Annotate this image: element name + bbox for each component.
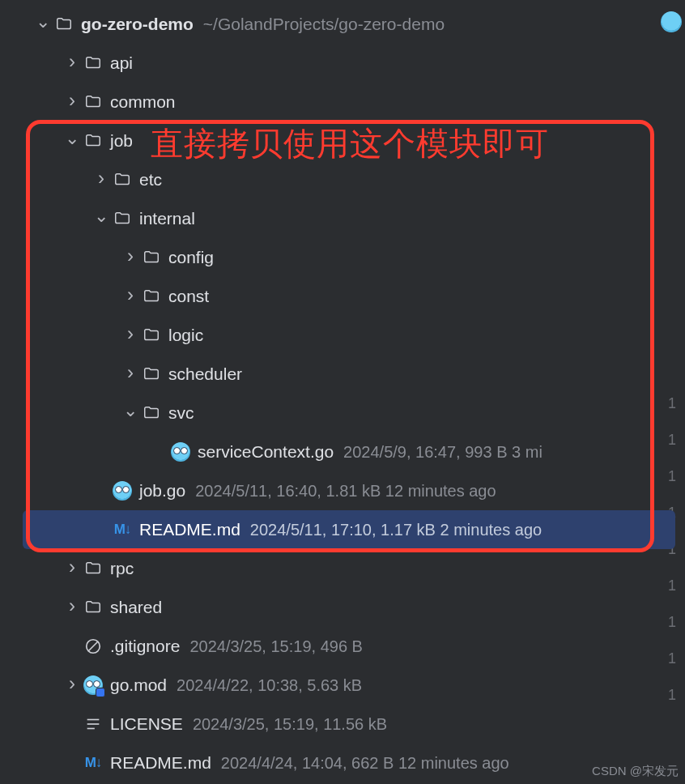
chevron-down-icon[interactable]: ⌄ — [62, 128, 83, 149]
tree-item-name: svc — [168, 403, 194, 423]
tree-item-name: logic — [168, 326, 203, 345]
chevron-right-icon[interactable]: › — [120, 322, 141, 345]
file-meta: 2024/5/11, 16:40, 1.81 kB 12 minutes ago — [195, 482, 496, 501]
chevron-right-icon[interactable]: › — [62, 594, 83, 617]
chevron-down-icon[interactable]: ⌄ — [91, 206, 112, 227]
tree-row-gitignore[interactable]: .gitignore2024/3/25, 15:19, 496 B — [0, 627, 685, 666]
chevron-right-icon[interactable]: › — [91, 167, 112, 190]
tree-item-name: README.md — [139, 520, 240, 539]
tree-item-name: go.mod — [110, 675, 167, 695]
tree-row-job[interactable]: ⌄job — [0, 121, 685, 160]
chevron-right-icon[interactable]: › — [62, 89, 83, 112]
tree-row-const[interactable]: ›const — [0, 277, 685, 316]
folder-icon — [53, 14, 74, 35]
folder-icon — [141, 403, 162, 424]
folder-icon — [112, 169, 133, 190]
file-meta: 2024/4/24, 14:04, 662 B 12 minutes ago — [221, 754, 509, 773]
chevron-right-icon[interactable]: › — [62, 672, 83, 695]
tree-item-name: README.md — [110, 753, 211, 773]
text-file-icon — [83, 714, 104, 735]
folder-icon — [141, 286, 162, 307]
svg-line-1 — [89, 642, 98, 651]
go-mod-icon — [83, 675, 104, 696]
folder-icon — [141, 364, 162, 385]
chevron-down-icon[interactable]: ⌄ — [32, 11, 53, 32]
folder-icon — [83, 92, 104, 113]
folder-icon — [141, 325, 162, 346]
gitignore-icon — [83, 636, 104, 657]
file-meta: 2024/5/11, 17:10, 1.17 kB 2 minutes ago — [250, 521, 542, 539]
file-meta: 2024/3/25, 15:19, 11.56 kB — [193, 715, 387, 734]
tree-item-name: go-zero-demo — [81, 15, 194, 34]
tree-row-api[interactable]: ›api — [0, 44, 685, 83]
folder-icon — [83, 558, 104, 579]
tree-item-name: scheduler — [168, 364, 242, 384]
tree-row-svcctx[interactable]: serviceContext.go2024/5/9, 16:47, 993 B … — [0, 432, 685, 471]
gopher-glyph-sidebar — [661, 11, 682, 32]
folder-icon — [83, 53, 104, 74]
go-file-icon — [112, 480, 133, 501]
tree-row-license[interactable]: LICENSE2024/3/25, 15:19, 11.56 kB — [0, 705, 685, 744]
markdown-icon: M↓ — [112, 519, 133, 540]
tree-item-name: job.go — [139, 481, 185, 501]
watermark-text: CSDN @宋发元 — [592, 764, 679, 779]
folder-icon — [83, 130, 104, 151]
tree-row-readme1[interactable]: M↓README.md2024/5/11, 17:10, 1.17 kB 2 m… — [23, 510, 675, 549]
project-tree[interactable]: ⌄go-zero-demo~/GolandProjects/go-zero-de… — [0, 0, 685, 782]
tree-row-shared[interactable]: ›shared — [0, 588, 685, 627]
tree-row-jobgo[interactable]: job.go2024/5/11, 16:40, 1.81 kB 12 minut… — [0, 471, 685, 510]
tree-row-scheduler[interactable]: ›scheduler — [0, 355, 685, 394]
folder-icon — [83, 597, 104, 618]
tree-row-logic[interactable]: ›logic — [0, 316, 685, 355]
folder-icon — [141, 247, 162, 268]
tree-row-gomod[interactable]: ›go.mod2024/4/22, 10:38, 5.63 kB — [0, 666, 685, 705]
chevron-right-icon[interactable]: › — [62, 556, 83, 578]
tree-row-root[interactable]: ⌄go-zero-demo~/GolandProjects/go-zero-de… — [0, 5, 685, 44]
file-meta: 2024/5/9, 16:47, 993 B 3 mi — [343, 443, 542, 462]
tree-row-readme2[interactable]: M↓README.md2024/4/24, 14:04, 662 B 12 mi… — [0, 744, 685, 782]
chevron-right-icon[interactable]: › — [120, 245, 141, 267]
tree-row-rpc[interactable]: ›rpc — [0, 549, 685, 588]
tree-item-name: LICENSE — [110, 714, 183, 734]
tree-item-name: internal — [139, 209, 195, 228]
project-path: ~/GolandProjects/go-zero-demo — [203, 15, 445, 34]
go-file-icon — [170, 441, 191, 462]
chevron-right-icon[interactable]: › — [120, 361, 141, 384]
tree-item-name: serviceContext.go — [198, 442, 334, 462]
file-meta: 2024/3/25, 15:19, 496 B — [189, 637, 363, 656]
folder-icon — [112, 208, 133, 229]
tree-row-etc[interactable]: ›etc — [0, 160, 685, 199]
tree-item-name: etc — [139, 170, 162, 190]
file-meta: 2024/4/22, 10:38, 5.63 kB — [177, 676, 362, 695]
markdown-icon: M↓ — [83, 752, 104, 773]
tree-row-internal[interactable]: ⌄internal — [0, 199, 685, 238]
tree-row-common[interactable]: ›common — [0, 83, 685, 121]
tree-row-config[interactable]: ›config — [0, 238, 685, 277]
tree-item-name: const — [168, 287, 209, 306]
chevron-right-icon[interactable]: › — [120, 283, 141, 306]
chevron-down-icon[interactable]: ⌄ — [120, 400, 141, 421]
tree-row-svc[interactable]: ⌄svc — [0, 394, 685, 432]
tree-item-name: job — [110, 131, 133, 151]
tree-item-name: rpc — [110, 559, 134, 578]
tree-item-name: config — [168, 248, 214, 267]
tree-item-name: common — [110, 92, 176, 112]
tree-item-name: shared — [110, 598, 162, 617]
chevron-right-icon[interactable]: › — [62, 50, 83, 73]
tree-item-name: .gitignore — [110, 637, 180, 656]
tree-item-name: api — [110, 53, 133, 73]
